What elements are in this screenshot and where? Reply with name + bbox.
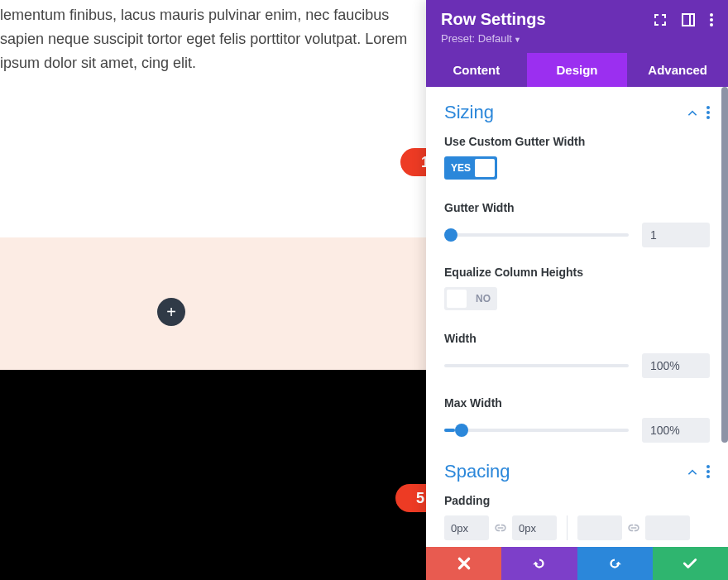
toggle-knob [447, 290, 467, 308]
save-button[interactable] [653, 547, 728, 580]
max-width-label: Max Width [444, 396, 710, 410]
spacing-section-header[interactable]: Spacing [444, 461, 710, 482]
panel-body: Sizing Use Custom Gutter Width YES Gutte… [426, 87, 728, 547]
slider-thumb[interactable] [455, 424, 468, 437]
max-width-slider[interactable] [444, 429, 629, 432]
width-input[interactable] [642, 353, 710, 378]
toggle-no-label: NO [476, 293, 491, 304]
padding-top-input[interactable] [444, 515, 489, 540]
redo-button[interactable] [577, 547, 653, 580]
slider-thumb[interactable] [444, 228, 457, 242]
lorem-text: lementum finibus, lacus mauris pulvinar … [0, 0, 426, 74]
spacing-title: Spacing [444, 461, 510, 482]
panel-footer [426, 547, 728, 580]
padding-right-input[interactable] [645, 515, 690, 540]
spacing-options-icon[interactable] [706, 465, 710, 478]
panel-tabs: Content Design Advanced [426, 53, 728, 87]
caret-down-icon: ▼ [514, 36, 521, 44]
chevron-up-icon[interactable] [687, 466, 698, 477]
toggle-yes-label: YES [451, 162, 471, 174]
padding-row [444, 515, 710, 540]
equalize-label: Equalize Column Heights [444, 266, 710, 279]
panel-title: Row Settings [441, 10, 546, 29]
gutter-width-slider[interactable] [444, 233, 629, 237]
peach-section [0, 237, 426, 370]
panel-header: Row Settings Preset: Default▼ [426, 0, 728, 53]
black-section [0, 370, 426, 580]
more-menu-icon[interactable] [710, 13, 713, 26]
svg-rect-0 [682, 14, 694, 26]
expand-icon[interactable] [654, 13, 667, 26]
canvas-background: lementum finibus, lacus mauris pulvinar … [0, 0, 426, 580]
responsive-icon[interactable] [682, 13, 695, 26]
preset-label: Preset: Default [441, 32, 512, 45]
add-module-button[interactable]: + [157, 298, 185, 326]
discard-button[interactable] [426, 547, 501, 580]
undo-button[interactable] [501, 547, 577, 580]
padding-label: Padding [444, 494, 710, 507]
padding-bottom-input[interactable] [512, 515, 557, 540]
width-label: Width [444, 332, 710, 345]
toggle-knob [475, 159, 495, 177]
max-width-input[interactable] [642, 418, 710, 443]
link-icon[interactable] [625, 520, 642, 536]
sizing-options-icon[interactable] [706, 106, 710, 119]
preset-dropdown[interactable]: Preset: Default▼ [441, 32, 713, 45]
padding-left-input[interactable] [577, 515, 622, 540]
custom-gutter-toggle[interactable]: YES [444, 156, 497, 180]
equalize-toggle[interactable]: NO [444, 287, 497, 310]
sizing-section-header[interactable]: Sizing [444, 102, 710, 123]
gutter-width-input[interactable] [642, 223, 710, 247]
scrollbar[interactable] [721, 87, 728, 443]
settings-panel: Row Settings Preset: Default▼ Content De… [426, 0, 728, 580]
width-slider[interactable] [444, 364, 629, 367]
gutter-width-label: Gutter Width [444, 201, 710, 214]
tab-content[interactable]: Content [426, 53, 527, 87]
link-icon[interactable] [492, 520, 509, 536]
chevron-up-icon[interactable] [687, 107, 698, 118]
newsletter-heading: wsletter [0, 480, 175, 537]
sizing-title: Sizing [444, 102, 494, 123]
tab-design[interactable]: Design [527, 53, 628, 87]
tab-advanced[interactable]: Advanced [627, 53, 728, 87]
divider [567, 515, 568, 540]
custom-gutter-label: Use Custom Gutter Width [444, 135, 710, 148]
